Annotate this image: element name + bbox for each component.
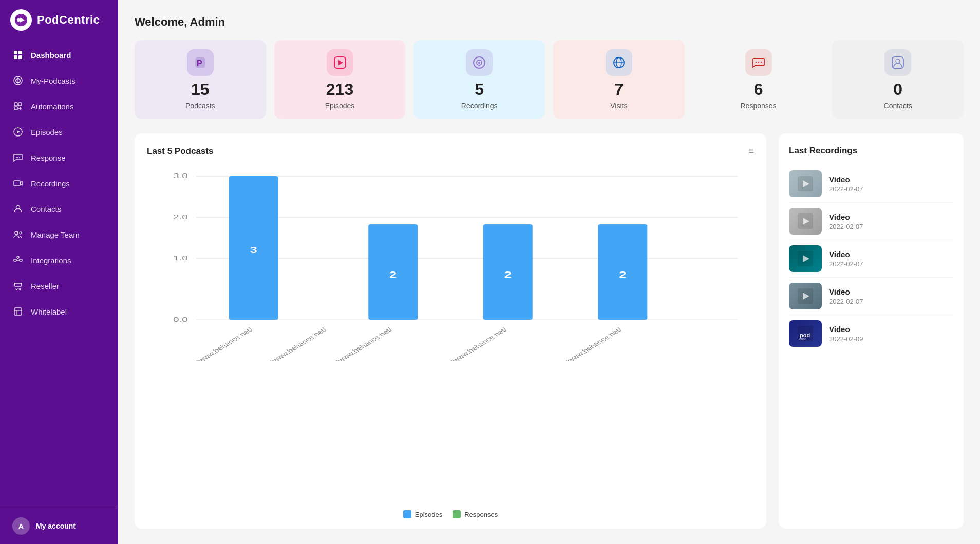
- recording-info-5: Video 2022-02-09: [829, 325, 863, 343]
- svg-rect-24: [14, 259, 16, 261]
- recording-thumb-4: [789, 283, 822, 309]
- sidebar-item-dashboard[interactable]: Dashboard: [0, 42, 118, 68]
- sidebar-item-response-label: Response: [31, 153, 66, 162]
- automations-icon: [12, 101, 24, 112]
- recording-date-4: 2022-02-07: [829, 298, 863, 305]
- recording-thumb-3: [789, 245, 822, 272]
- svg-rect-11: [18, 103, 22, 106]
- episodes-icon: [12, 126, 24, 138]
- stat-card-recordings: 5 Recordings: [413, 40, 545, 119]
- visits-stat-number: 7: [614, 81, 624, 98]
- recording-date-1: 2022-02-07: [829, 185, 863, 193]
- legend-responses-dot: [453, 510, 461, 518]
- svg-text:2: 2: [619, 270, 626, 280]
- sidebar-item-integrations-label: Integrations: [31, 256, 71, 265]
- logo-area: PodCentric: [0, 0, 118, 42]
- sidebar-item-integrations[interactable]: Integrations: [0, 247, 118, 273]
- svg-marker-37: [338, 60, 343, 65]
- svg-text:https://www.behance.net/: https://www.behance.net/: [177, 326, 255, 361]
- logo-text: PodCentric: [37, 13, 100, 27]
- responses-stat-icon: [745, 49, 772, 76]
- svg-point-29: [16, 288, 17, 290]
- sidebar-item-reseller[interactable]: Reseller: [0, 273, 118, 299]
- stat-card-podcasts: P 15 Podcasts: [135, 40, 266, 119]
- welcome-title: Welcome, Admin: [135, 15, 964, 29]
- svg-point-48: [896, 59, 900, 63]
- recording-date-5: 2022-02-09: [829, 335, 863, 343]
- svg-text:https://www.behance.net/: https://www.behance.net/: [316, 326, 395, 361]
- sidebar-item-whitelabel-label: Whitelabel: [31, 307, 67, 316]
- sidebar-item-my-podcasts-label: My-Podcasts: [31, 76, 76, 85]
- svg-text:https://www.behance.net/: https://www.behance.net/: [251, 326, 329, 361]
- svg-point-19: [19, 157, 20, 158]
- chart-panel: Last 5 Podcasts ≡ 3.0 2.0 1.0 0.0: [135, 133, 766, 529]
- legend-episodes-label: Episodes: [415, 511, 442, 518]
- podcasts-stat-icon: P: [187, 49, 214, 76]
- manage-team-icon: [12, 229, 24, 240]
- svg-rect-4: [18, 51, 22, 54]
- svg-point-17: [16, 157, 17, 158]
- recording-date-2: 2022-02-07: [829, 223, 863, 230]
- svg-point-45: [758, 62, 759, 63]
- list-item: Video 2022-02-07: [789, 203, 953, 240]
- sidebar-item-automations[interactable]: Automations: [0, 93, 118, 119]
- recording-name-4: Video: [829, 287, 863, 296]
- sidebar-nav: Dashboard My-Podcasts Automations Episod…: [0, 42, 118, 508]
- sidebar-item-whitelabel[interactable]: Whitelabel: [0, 299, 118, 324]
- list-item: Video 2022-02-07: [789, 240, 953, 278]
- svg-rect-10: [14, 103, 17, 106]
- my-podcasts-icon: [12, 75, 24, 86]
- svg-text:2: 2: [389, 270, 397, 280]
- sidebar-item-contacts[interactable]: Contacts: [0, 196, 118, 222]
- svg-rect-5: [14, 55, 17, 59]
- chart-svg: 3.0 2.0 1.0 0.0 3 2 2 2: [147, 166, 754, 361]
- recordings-panel-title: Last Recordings: [789, 146, 953, 156]
- responses-stat-label: Responses: [741, 102, 777, 110]
- legend-episodes: Episodes: [403, 510, 442, 518]
- sidebar-item-reseller-label: Reseller: [31, 282, 59, 290]
- reseller-icon: [12, 280, 24, 292]
- contacts-icon: [12, 203, 24, 215]
- svg-point-2: [17, 18, 20, 22]
- chart-menu-icon[interactable]: ≡: [748, 146, 754, 157]
- integrations-icon: [12, 255, 24, 266]
- svg-rect-20: [14, 181, 20, 186]
- stat-card-visits: 7 Visits: [553, 40, 685, 119]
- visits-stat-icon: [606, 49, 632, 76]
- contacts-stat-icon: [884, 49, 911, 76]
- chart-header: Last 5 Podcasts ≡: [147, 146, 754, 157]
- bottom-row: Last 5 Podcasts ≡ 3.0 2.0 1.0 0.0: [135, 133, 964, 529]
- sidebar-item-response[interactable]: Response: [0, 145, 118, 170]
- svg-point-30: [19, 288, 21, 290]
- sidebar-item-manage-team[interactable]: Manage Team: [0, 222, 118, 247]
- svg-point-44: [755, 62, 756, 63]
- recording-info-1: Video 2022-02-07: [829, 175, 863, 193]
- svg-text:1.0: 1.0: [173, 254, 188, 262]
- recording-info-4: Video 2022-02-07: [829, 287, 863, 305]
- svg-point-40: [478, 62, 480, 64]
- chart-title: Last 5 Podcasts: [147, 146, 213, 157]
- sidebar-item-my-podcasts[interactable]: My-Podcasts: [0, 68, 118, 93]
- svg-rect-6: [18, 55, 22, 59]
- recording-thumb-1: [789, 170, 822, 197]
- list-item: Video 2022-02-07: [789, 278, 953, 315]
- sidebar: PodCentric Dashboard My-Podcasts Automat…: [0, 0, 118, 544]
- svg-point-46: [760, 62, 761, 63]
- sidebar-item-recordings-label: Recordings: [31, 179, 70, 188]
- account-avatar: A: [12, 517, 30, 535]
- account-area[interactable]: A My account: [0, 508, 118, 544]
- legend-episodes-dot: [403, 510, 411, 518]
- svg-text:P: P: [197, 59, 202, 68]
- svg-rect-25: [20, 259, 22, 261]
- stat-card-contacts: 0 Contacts: [832, 40, 964, 119]
- sidebar-item-recordings[interactable]: Recordings: [0, 170, 118, 196]
- stat-card-responses: 6 Responses: [693, 40, 824, 119]
- sidebar-item-episodes[interactable]: Episodes: [0, 119, 118, 145]
- dashboard-icon: [12, 49, 24, 61]
- recordings-icon: [12, 178, 24, 189]
- recording-info-3: Video 2022-02-07: [829, 250, 863, 268]
- legend-responses: Responses: [453, 510, 498, 518]
- main-content: Welcome, Admin P 15 Podcasts 213 Epis: [118, 0, 980, 544]
- recording-thumb-5: pod cast: [789, 320, 822, 347]
- list-item: Video 2022-02-07: [789, 165, 953, 203]
